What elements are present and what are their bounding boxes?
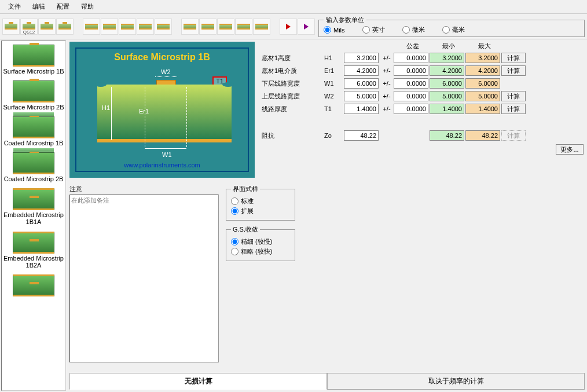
sidebar-item-label: Coated Microstrip 2B bbox=[4, 175, 64, 182]
param-tol-input[interactable] bbox=[394, 78, 428, 89]
menu-edit[interactable]: 编辑 bbox=[27, 1, 51, 12]
param-label: 下层线路宽度 bbox=[262, 79, 324, 88]
style-standard[interactable]: 标准 bbox=[231, 197, 290, 206]
param-value-input[interactable] bbox=[344, 53, 379, 63]
param-tol-input[interactable] bbox=[394, 65, 428, 76]
param-label: 底材1高度 bbox=[262, 54, 324, 63]
gs-fine[interactable]: 精细 (较慢) bbox=[231, 237, 290, 246]
param-calc-button[interactable]: 计算 bbox=[501, 104, 526, 114]
microstrip-icon bbox=[58, 24, 71, 30]
tb-btn-7[interactable] bbox=[119, 19, 136, 35]
tb-btn-8[interactable] bbox=[137, 19, 154, 35]
gs-coarse[interactable]: 粗略 (较快) bbox=[231, 247, 290, 256]
tb-btn-9[interactable] bbox=[155, 19, 172, 35]
stripline-icon bbox=[103, 24, 116, 30]
tb-btn-1[interactable] bbox=[2, 19, 20, 35]
impedance-max[interactable] bbox=[465, 130, 500, 141]
center-panel: Surface Microstrip 1B W2 T1 ↑ H1 Er1 W1 … bbox=[67, 39, 587, 392]
param-symbol: W1 bbox=[324, 80, 344, 87]
param-calc-button[interactable]: 计算 bbox=[501, 91, 526, 101]
stripline-icon bbox=[237, 24, 250, 30]
impedance-min[interactable] bbox=[430, 130, 464, 141]
param-value-input[interactable] bbox=[344, 91, 379, 101]
unit-mm[interactable]: 毫米 bbox=[442, 25, 465, 34]
style-extended-radio[interactable] bbox=[231, 207, 239, 215]
param-min-input[interactable] bbox=[430, 65, 464, 76]
param-calc-button[interactable]: 计算 bbox=[501, 65, 526, 76]
sidebar-item[interactable]: Surface Microstrip 2B bbox=[2, 77, 65, 113]
param-value-input[interactable] bbox=[344, 104, 379, 114]
unit-mils[interactable]: Mils bbox=[324, 26, 345, 34]
param-min-input[interactable] bbox=[430, 53, 464, 63]
param-label: 底材1电介质 bbox=[262, 67, 324, 75]
unit-mm-radio[interactable] bbox=[442, 26, 450, 34]
stripline-icon bbox=[85, 24, 98, 30]
param-tol-input[interactable] bbox=[394, 91, 428, 101]
tb-btn-11[interactable] bbox=[199, 19, 217, 35]
menu-config[interactable]: 配置 bbox=[51, 1, 75, 12]
tab-frequency[interactable]: 取决于频率的计算 bbox=[327, 373, 585, 390]
sidebar-item-label: Surface Microstrip 2B bbox=[3, 104, 64, 111]
param-value-input[interactable] bbox=[344, 65, 379, 76]
unit-inch-radio[interactable] bbox=[362, 26, 370, 34]
tb-btn-red-arrow[interactable] bbox=[280, 19, 297, 35]
diagram: Surface Microstrip 1B W2 T1 ↑ H1 Er1 W1 … bbox=[69, 42, 255, 178]
sidebar-item[interactable]: Coated Microstrip 1B bbox=[2, 113, 65, 149]
style-extended[interactable]: 扩展 bbox=[231, 207, 290, 215]
sidebar-item[interactable]: Embedded Microstrip 1B2A bbox=[2, 228, 65, 271]
param-tol-input[interactable] bbox=[394, 53, 428, 63]
tab-lossless[interactable]: 无损计算 bbox=[69, 373, 327, 390]
param-max-input[interactable] bbox=[465, 91, 500, 101]
structure-sidebar[interactable]: Surface Microstrip 1BSurface Microstrip … bbox=[1, 41, 66, 391]
param-max-input[interactable] bbox=[465, 78, 500, 89]
style-standard-radio[interactable] bbox=[231, 197, 239, 205]
sidebar-item[interactable]: Coated Microstrip 2B bbox=[2, 149, 65, 185]
gs-legend: G.S.收敛 bbox=[231, 225, 260, 234]
param-max-input[interactable] bbox=[465, 65, 500, 76]
unit-inch[interactable]: 英寸 bbox=[362, 25, 385, 34]
stripline-icon bbox=[139, 24, 152, 30]
diag-h1-label: H1 bbox=[102, 104, 110, 111]
tb-btn-13[interactable] bbox=[235, 19, 252, 35]
param-min-input[interactable] bbox=[430, 78, 464, 89]
more-button[interactable]: 更多... bbox=[556, 144, 584, 155]
unit-micron[interactable]: 微米 bbox=[402, 25, 425, 34]
diag-h1-arrow bbox=[111, 87, 112, 140]
param-max-input[interactable] bbox=[465, 53, 500, 63]
param-min-input[interactable] bbox=[430, 91, 464, 101]
param-calc-button[interactable]: 计算 bbox=[501, 53, 526, 63]
diag-substrate bbox=[97, 85, 232, 142]
tb-btn-4[interactable] bbox=[56, 19, 74, 35]
diag-w2-arrow bbox=[155, 76, 177, 77]
sidebar-item[interactable]: Embedded Microstrip 1B1A bbox=[2, 185, 65, 228]
sidebar-item[interactable]: Surface Microstrip 1B bbox=[2, 41, 65, 77]
impedance-value[interactable] bbox=[344, 130, 379, 141]
param-min-input[interactable] bbox=[430, 104, 464, 114]
param-max-input[interactable] bbox=[465, 104, 500, 114]
param-tol-input[interactable] bbox=[394, 104, 428, 114]
style-standard-label: 标准 bbox=[241, 197, 254, 206]
menu-help[interactable]: 帮助 bbox=[75, 1, 100, 12]
unit-mils-radio[interactable] bbox=[324, 26, 331, 34]
structure-thumb-icon bbox=[13, 80, 54, 102]
tb-btn-3[interactable] bbox=[38, 19, 56, 35]
tb-btn-purple-arrow[interactable] bbox=[298, 19, 315, 35]
unit-micron-radio[interactable] bbox=[402, 26, 410, 34]
tb-btn-6[interactable] bbox=[101, 19, 118, 35]
menu-file[interactable]: 文件 bbox=[2, 1, 27, 12]
unit-mils-label: Mils bbox=[333, 27, 345, 34]
tb-btn-12[interactable] bbox=[217, 19, 234, 35]
param-value-input[interactable] bbox=[344, 78, 379, 89]
tb-btn-10[interactable] bbox=[181, 19, 199, 35]
interface-style-fieldset: 界面式样 标准 扩展 bbox=[226, 185, 295, 221]
tb-btn-qs12[interactable]: QS12 bbox=[20, 19, 38, 35]
param-row: 线路厚度T1+/-计算 bbox=[262, 102, 585, 115]
gs-fine-radio[interactable] bbox=[231, 238, 239, 246]
tb-btn-14[interactable] bbox=[253, 19, 270, 35]
gs-coarse-radio[interactable] bbox=[231, 248, 239, 255]
units-fieldset: 输入参数单位 Mils 英寸 微米 毫米 bbox=[318, 16, 585, 37]
notes-textarea[interactable] bbox=[69, 195, 219, 362]
param-row: 下层线路宽度W1+/- bbox=[262, 77, 585, 90]
sidebar-item[interactable] bbox=[2, 271, 65, 299]
tb-btn-5[interactable] bbox=[83, 19, 100, 35]
